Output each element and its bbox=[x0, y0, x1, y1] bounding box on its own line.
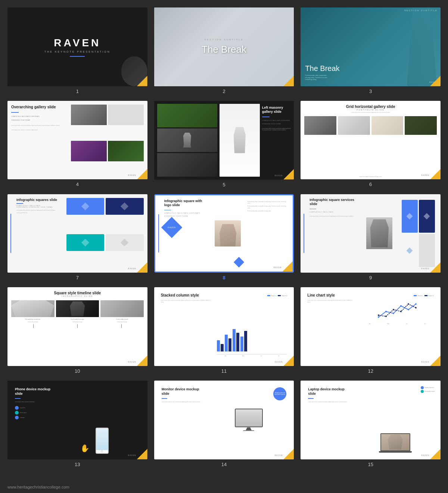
slide15-laptop-screen bbox=[380, 433, 410, 451]
slide-wrapper-15: Laptop device mockup slide Lorem ipsum d… bbox=[301, 381, 441, 467]
slide4-tag2: SYNERGIZE YOUR THEME bbox=[11, 119, 68, 121]
slide10-img3 bbox=[100, 300, 144, 317]
corner-yellow-6 bbox=[430, 169, 441, 179]
slide11-bar2 bbox=[225, 335, 231, 351]
slide15-laptop-img bbox=[381, 434, 410, 450]
slide4-heading: Overarching gallery slide bbox=[11, 105, 68, 109]
slide-9[interactable]: Infographic square services slide COMPLE… bbox=[301, 194, 441, 273]
slide7-squares bbox=[66, 198, 144, 269]
slide-number-2: 2 bbox=[223, 89, 225, 94]
slide-wrapper-14: Monitor device mockup slide Lorem ipsum … bbox=[154, 381, 294, 467]
slide-number-1: 1 bbox=[76, 89, 79, 94]
slide-14[interactable]: Monitor device mockup slide Lorem ipsum … bbox=[154, 381, 294, 459]
slide9-photo bbox=[360, 198, 399, 269]
slide11-bar3a bbox=[233, 329, 236, 351]
slide9-sq2 bbox=[419, 200, 435, 233]
slide7-heading: Infographic squares slide bbox=[16, 198, 64, 202]
slide15-circle1 bbox=[421, 386, 424, 389]
slide10-timeline: Remarkably accelerate Continually levera… bbox=[11, 300, 144, 323]
slide4-left: Overarching gallery slide COMPLETELY FAC… bbox=[11, 105, 68, 176]
slide-wrapper-2: SECTION SUBTITLE The Break 2 bbox=[154, 7, 294, 94]
slide-number-5: 5 bbox=[223, 182, 225, 187]
slide-wrapper-5: Left masonry gallery slide COMPLETELY FA… bbox=[154, 101, 294, 187]
slide-number-6: 6 bbox=[369, 182, 372, 187]
slide7-left: Infographic squares slide COMPLETELY FAC… bbox=[11, 198, 64, 269]
slide-2[interactable]: SECTION SUBTITLE The Break bbox=[154, 7, 294, 86]
slide14-badge-text: Globally parallel task stand alone exper… bbox=[273, 393, 286, 396]
slide-number-10: 10 bbox=[75, 368, 80, 374]
slide-number-3: 3 bbox=[369, 89, 372, 94]
svg-point-9 bbox=[400, 311, 402, 312]
slide-10[interactable]: Square style timeline slide INFOGRAPHIC … bbox=[7, 287, 147, 366]
slide14-monitor-screen bbox=[235, 409, 263, 427]
slide13-circle3 bbox=[15, 416, 19, 419]
slide-4[interactable]: Overarching gallery slide COMPLETELY FAC… bbox=[7, 101, 147, 180]
slide8-center bbox=[211, 199, 245, 268]
slide6-body: Lorem ipsum dolor sit amet consectetur a… bbox=[304, 112, 437, 113]
slide-wrapper-3: SECTION SUBTITLE The Break Professionall… bbox=[301, 7, 441, 94]
slide-8[interactable]: Infographic square with logo slide COMPL… bbox=[154, 194, 294, 273]
slide11-bar2b bbox=[228, 338, 231, 351]
slide13-feat3: Leverage bbox=[15, 416, 57, 419]
slide10-sub2: Continually leverage bbox=[56, 321, 99, 323]
slide10-dots bbox=[11, 324, 144, 331]
slide10-img1 bbox=[11, 300, 55, 317]
slide7-diamond4 bbox=[121, 239, 128, 246]
slide-12[interactable]: Line chart style Lorem ipsum dolor sit a… bbox=[301, 287, 441, 366]
slide-3[interactable]: SECTION SUBTITLE The Break Professionall… bbox=[301, 7, 441, 86]
slide7-diamond3 bbox=[81, 239, 89, 246]
slide6-url: www.heritagechristiancollege.com bbox=[360, 176, 382, 177]
slide14-heading: Monitor device mockup slide bbox=[162, 387, 204, 396]
slide8-body2: Professionally utilize sustainable infus… bbox=[248, 205, 289, 209]
slide15-features: Globally implement Dramatically network bbox=[421, 386, 435, 393]
slide-number-8: 8 bbox=[223, 275, 225, 280]
slide-number-9: 9 bbox=[369, 275, 372, 280]
slide7-sq3 bbox=[66, 234, 104, 251]
slide-1[interactable]: RAVEN THE KEYNOTE PRESENTATION bbox=[7, 7, 147, 86]
slide9-sq4 bbox=[419, 234, 435, 267]
slide6-img1 bbox=[304, 116, 336, 135]
slide11-bar1b bbox=[221, 344, 224, 351]
slide14-monitor-img bbox=[236, 409, 262, 427]
slide9-diamond2 bbox=[424, 213, 430, 219]
slide4-logo: RAVEN bbox=[128, 174, 136, 176]
slide4-images bbox=[71, 105, 144, 176]
slide11-bar2a bbox=[225, 335, 228, 351]
slide5-right: Left masonry gallery slide COMPLETELY FA… bbox=[262, 104, 291, 177]
slide11-bar4a bbox=[240, 337, 243, 351]
slide-7[interactable]: Infographic squares slide COMPLETELY FAC… bbox=[7, 194, 147, 273]
slide6-img3 bbox=[371, 116, 404, 135]
svg-point-1 bbox=[385, 311, 387, 312]
slide-6[interactable]: Grid horizontal gallery slide PORTFOLIO … bbox=[301, 101, 441, 180]
slide15-heading: Laptop device mockup slide bbox=[308, 387, 351, 396]
slide10-col2: Continually leverage Continually leverag… bbox=[56, 300, 99, 323]
slide7-sq4 bbox=[106, 234, 143, 251]
slide13-body: Lorem ipsum dolor sit amet consectetur. bbox=[15, 401, 57, 403]
slide5-tag1: COMPLETELY FACILITATE CORPORATE bbox=[262, 120, 291, 122]
slide-5[interactable]: Left masonry gallery slide COMPLETELY FA… bbox=[154, 101, 294, 180]
slide13-phone-device bbox=[96, 428, 109, 454]
slide4-body: Lorem ipsum dolor sit amet consectetur a… bbox=[11, 125, 68, 127]
slide8-tag1: COMPLETELY FACILITATE CORPORATE bbox=[164, 213, 208, 214]
slide13-phone-screen bbox=[96, 428, 108, 450]
slide5-img-person bbox=[157, 128, 217, 152]
slide12-heading: Line chart style bbox=[307, 293, 355, 298]
slide-number-7: 7 bbox=[76, 275, 79, 280]
slide9-diamond3 bbox=[407, 247, 413, 254]
slide3-title: The Break bbox=[305, 64, 339, 73]
slide12-body: Lorem ipsum dolor sit amet consectetur a… bbox=[307, 300, 355, 303]
slide5-logo: RAVEN bbox=[274, 174, 283, 177]
slide5-left-imgs bbox=[157, 104, 217, 177]
slide-11[interactable]: Stacked column style Lorem ipsum dolor s… bbox=[154, 287, 294, 366]
slide4-img-purple bbox=[71, 141, 107, 161]
slide15-accent bbox=[308, 398, 314, 399]
slide10-label2: Continually leverage bbox=[56, 318, 99, 320]
slide-number-15: 15 bbox=[368, 462, 373, 467]
slide8-tag2: SYNERGIZE YOUR THEME bbox=[164, 216, 208, 217]
slide-wrapper-10: Square style timeline slide INFOGRAPHIC … bbox=[7, 287, 147, 374]
slide11-logo: RAVEN bbox=[274, 361, 283, 363]
svg-point-2 bbox=[393, 313, 394, 314]
slide-15[interactable]: Laptop device mockup slide Lorem ipsum d… bbox=[301, 381, 441, 459]
slide-13[interactable]: Phone device mockup slide Lorem ipsum do… bbox=[7, 381, 147, 459]
slide15-feat2: Dramatically network bbox=[421, 390, 435, 393]
